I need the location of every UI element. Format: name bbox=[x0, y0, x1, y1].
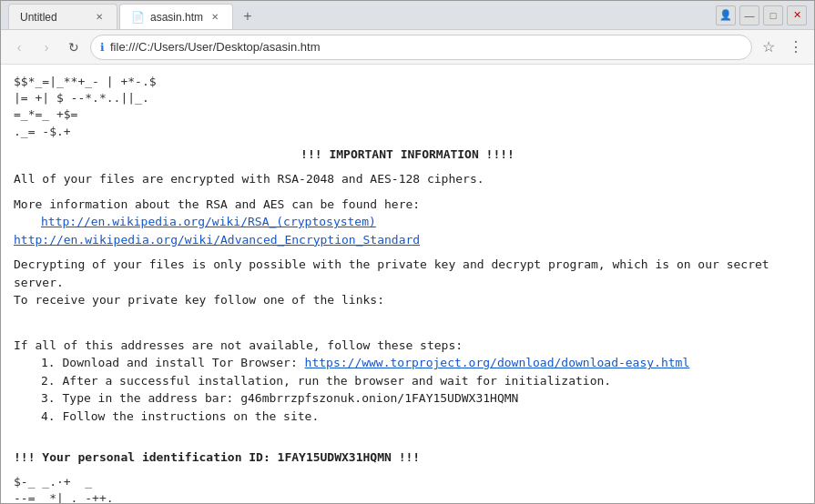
rsa-link[interactable]: http://en.wikipedia.org/wiki/RSA_(crypto… bbox=[41, 215, 376, 228]
refresh-button[interactable]: ↻ bbox=[63, 36, 85, 58]
id-line: !!! Your personal identification ID: 1FA… bbox=[14, 449, 801, 467]
star-icon: ☆ bbox=[762, 38, 775, 55]
step3: 3. Type in the address bar: g46mbrrzpfsz… bbox=[41, 389, 801, 408]
steps-section: If all of this addresses are not availab… bbox=[14, 337, 801, 426]
tab-untitled[interactable]: Untitled ✕ bbox=[8, 4, 117, 29]
tab-untitled-label: Untitled bbox=[20, 11, 57, 24]
forward-button[interactable]: › bbox=[36, 36, 57, 58]
refresh-icon: ↻ bbox=[68, 40, 79, 55]
forward-icon: › bbox=[45, 40, 49, 55]
window-controls: 👤 — □ ✕ bbox=[716, 5, 807, 25]
steps-header: If all of this addresses are not availab… bbox=[14, 338, 463, 352]
para4-text: To receive your private key follow one o… bbox=[14, 293, 384, 307]
tab-untitled-close[interactable]: ✕ bbox=[93, 11, 106, 24]
tab-asasin-label: asasin.htm bbox=[150, 11, 203, 24]
step2: 2. After a successful installation, run … bbox=[41, 372, 801, 390]
tab-asasin-close[interactable]: ✕ bbox=[209, 11, 221, 24]
dots-icon: ⋮ bbox=[789, 38, 803, 55]
tab-strip: Untitled ✕ 📄 asasin.htm ✕ + bbox=[8, 1, 716, 29]
file-icon: 📄 bbox=[131, 11, 145, 24]
para3-text: Decrypting of your files is only possibl… bbox=[14, 257, 769, 289]
page-content: $$*_=|_**+_- | +*-.$ |= +| $ --*.*..||_.… bbox=[1, 65, 814, 503]
close-button[interactable]: ✕ bbox=[787, 5, 807, 25]
ascii-art-top: $$*_=|_**+_- | +*-.$ |= +| $ --*.*..||_.… bbox=[14, 74, 801, 140]
para3-section: Decrypting of your files is only possibl… bbox=[14, 256, 801, 309]
tab-asasin[interactable]: 📄 asasin.htm ✕ bbox=[119, 4, 233, 29]
toolbar: ‹ › ↻ ℹ file:///C:/Users/User/Desktop/as… bbox=[1, 30, 814, 65]
maximize-button[interactable]: □ bbox=[763, 5, 783, 25]
browser-window: Untitled ✕ 📄 asasin.htm ✕ + 👤 — □ ✕ ‹ › bbox=[0, 0, 815, 504]
para1: All of your files are encrypted with RSA… bbox=[14, 170, 801, 188]
important-header: !!! IMPORTANT INFORMATION !!!! bbox=[14, 146, 801, 164]
menu-button[interactable]: ⋮ bbox=[785, 36, 807, 58]
address-text: file:///C:/Users/User/Desktop/asasin.htm bbox=[110, 40, 742, 54]
ascii-art-bottom: $-_ _.·+ _ --=__*|_. -++. -. -.|+|_-**|*… bbox=[14, 474, 801, 503]
para2-section: More information about the RSA and AES c… bbox=[14, 196, 801, 249]
user-profile-button[interactable]: 👤 bbox=[716, 5, 736, 25]
back-icon: ‹ bbox=[17, 40, 22, 55]
blank-space bbox=[14, 317, 801, 329]
address-bar[interactable]: ℹ file:///C:/Users/User/Desktop/asasin.h… bbox=[90, 35, 752, 60]
new-tab-button[interactable]: + bbox=[235, 4, 260, 29]
aes-link[interactable]: http://en.wikipedia.org/wiki/Advanced_En… bbox=[14, 233, 420, 247]
back-button[interactable]: ‹ bbox=[8, 36, 30, 58]
info-icon: ℹ bbox=[100, 41, 105, 54]
step1-prefix: 1. Download and install Tor Browser: bbox=[41, 356, 305, 369]
bookmark-button[interactable]: ☆ bbox=[758, 36, 779, 58]
title-bar: Untitled ✕ 📄 asasin.htm ✕ + 👤 — □ ✕ bbox=[1, 1, 814, 30]
para2-text: More information about the RSA and AES c… bbox=[14, 197, 420, 211]
tor-link[interactable]: https://www.torproject.org/download/down… bbox=[305, 356, 690, 369]
para1-text: All of your files are encrypted with RSA… bbox=[14, 172, 484, 186]
step4: 4. Follow the instructions on the site. bbox=[41, 408, 801, 426]
step1: 1. Download and install Tor Browser: htt… bbox=[41, 354, 801, 372]
minimize-button[interactable]: — bbox=[739, 5, 759, 25]
blank-space-2 bbox=[14, 432, 801, 441]
